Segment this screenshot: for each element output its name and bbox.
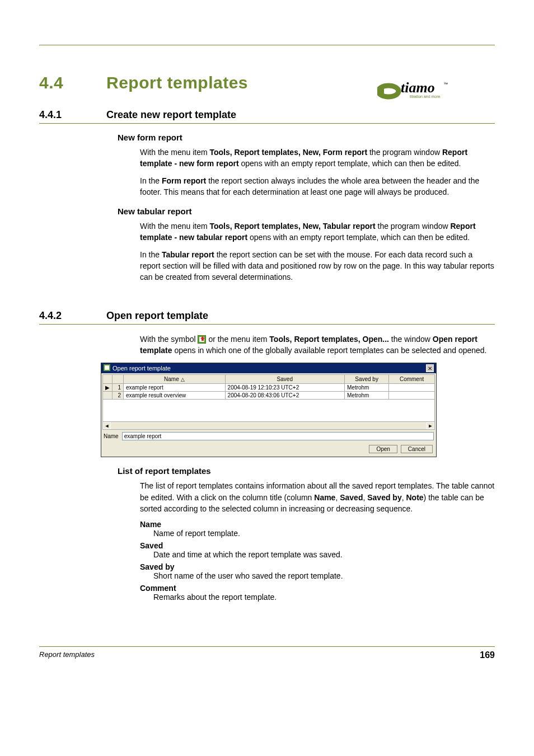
open-template-icon	[198, 335, 206, 344]
subheading-new-form-report: New form report	[118, 133, 495, 142]
def-desc-name: Name of report template.	[153, 529, 495, 538]
name-input[interactable]	[122, 432, 434, 440]
def-term-comment: Comment	[140, 584, 495, 593]
footer-page-number: 169	[480, 650, 495, 660]
page-footer: Report templates 169	[39, 646, 495, 660]
column-savedby[interactable]: Saved by	[344, 375, 388, 384]
brand-tagline: titration and more	[410, 95, 441, 98]
subheading-list-of-report-templates: List of report templates	[118, 466, 495, 476]
paragraph: With the menu item Tools, Report templat…	[140, 147, 495, 170]
table-empty-area	[102, 400, 435, 422]
column-saved[interactable]: Saved	[225, 375, 344, 384]
def-term-saved: Saved	[140, 541, 495, 550]
section-heading-4-4-2: 4.4.2Open report template	[39, 310, 495, 325]
scroll-left-icon[interactable]: ◄	[103, 422, 111, 429]
table-header-row: Name △ Saved Saved by Comment	[103, 375, 435, 384]
subheading-new-tabular-report: New tabular report	[118, 206, 495, 216]
paragraph: In the Tabular report the report section…	[140, 249, 495, 283]
svg-text:™: ™	[443, 82, 448, 87]
column-comment[interactable]: Comment	[389, 375, 435, 384]
brand-text: tiamo	[401, 79, 435, 96]
open-button[interactable]: Open	[369, 445, 397, 453]
footer-section: Report templates	[39, 650, 95, 660]
def-term-savedby: Saved by	[140, 562, 495, 571]
dialog-titlebar: Open report template ✕	[101, 363, 436, 373]
open-report-template-dialog: Open report template ✕ Name △ Saved Save…	[101, 363, 437, 457]
brand-logo: tiamo ™ titration and more	[377, 79, 450, 103]
def-desc-savedby: Short name of the user who saved the rep…	[153, 571, 495, 580]
paragraph: The list of report templates contains in…	[140, 480, 495, 514]
def-desc-comment: Remarks about the report template.	[153, 593, 495, 602]
section-heading-4-4-1: 4.4.1Create new report template	[39, 109, 495, 124]
close-icon[interactable]: ✕	[426, 364, 434, 372]
dialog-title: Open report template	[113, 365, 171, 372]
def-term-name: Name	[140, 520, 495, 529]
dialog-app-icon	[104, 364, 110, 372]
name-label: Name	[104, 433, 119, 439]
sort-asc-icon: △	[181, 377, 185, 382]
table-row[interactable]: ▶ 1 example report 2004-08-19 12:10:23 U…	[103, 384, 435, 392]
templates-table: Name △ Saved Saved by Comment ▶ 1 exampl…	[102, 374, 435, 400]
paragraph: With the menu item Tools, Report templat…	[140, 220, 495, 243]
cancel-button[interactable]: Cancel	[401, 445, 433, 453]
horizontal-scrollbar[interactable]: ◄ ►	[102, 422, 435, 430]
def-desc-saved: Date and time at which the report templa…	[153, 550, 495, 559]
row-pointer-icon: ▶	[103, 384, 113, 392]
scroll-right-icon[interactable]: ►	[427, 422, 434, 429]
column-name[interactable]: Name △	[124, 375, 226, 384]
definition-list: Name Name of report template. Saved Date…	[140, 520, 495, 602]
paragraph: With the symbol or the menu item Tools, …	[140, 334, 495, 356]
table-row[interactable]: 2 example result overview 2004-08-20 08:…	[103, 392, 435, 400]
svg-rect-6	[105, 365, 109, 370]
paragraph: In the Form report the report section al…	[140, 175, 495, 198]
